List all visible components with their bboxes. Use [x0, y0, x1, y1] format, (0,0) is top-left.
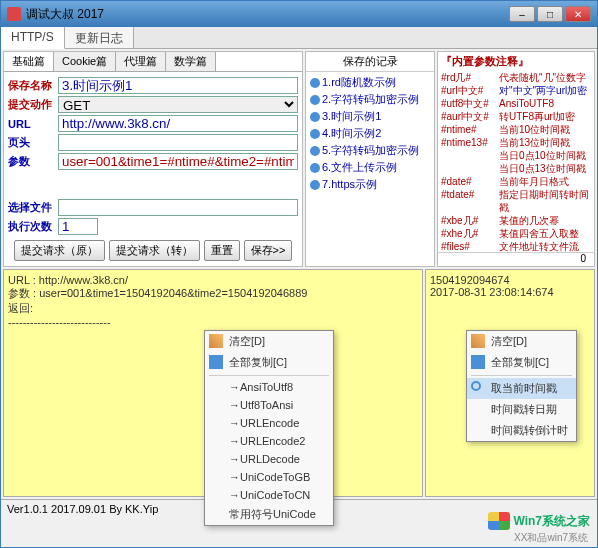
window-title: 调试大叔 2017: [26, 6, 509, 23]
resp-url: URL : http://www.3k8.cn/: [8, 274, 418, 286]
resp-params: 参数 : user=001&time1=1504192046&time2=150…: [8, 286, 418, 301]
input-url[interactable]: [58, 115, 298, 132]
input-selectfile[interactable]: [58, 199, 298, 216]
ctx-urldecode[interactable]: →URLDecode: [205, 450, 333, 468]
notes-header: 『内置参数注释』: [438, 52, 594, 71]
ctx-copyall[interactable]: 全部复制[C]: [205, 352, 333, 373]
copy-icon: [209, 355, 223, 369]
maximize-button[interactable]: □: [537, 6, 563, 22]
save-button[interactable]: 保存>>: [244, 240, 293, 261]
globe-icon: [310, 163, 320, 173]
submit-orig-button[interactable]: 提交请求（原）: [14, 240, 105, 261]
windows-flag-icon: [488, 512, 510, 530]
saved-item[interactable]: 1.rd随机数示例: [308, 74, 432, 91]
input-execcount[interactable]: [58, 218, 98, 235]
close-button[interactable]: ✕: [565, 6, 591, 22]
resp-divider: ----------------------------: [8, 316, 418, 328]
notes-scroll[interactable]: 0: [438, 252, 594, 266]
sub-tabs: 基础篇 Cookie篇 代理篇 数学篇: [4, 52, 302, 72]
ctx-copyall-r[interactable]: 全部复制[C]: [467, 352, 576, 373]
globe-icon: [310, 129, 320, 139]
subtab-math[interactable]: 数学篇: [166, 52, 216, 71]
tab-http[interactable]: HTTP/S: [1, 27, 65, 49]
input-params[interactable]: [58, 153, 298, 170]
label-savename: 保存名称: [8, 78, 58, 93]
globe-icon: [310, 180, 320, 190]
ctx-clear-r[interactable]: 清空[D]: [467, 331, 576, 352]
watermark: XX和品win7系统: [514, 531, 588, 545]
form-panel: 基础篇 Cookie篇 代理篇 数学篇 保存名称 提交动作 GET UR: [3, 51, 303, 267]
ctx-clear[interactable]: 清空[D]: [205, 331, 333, 352]
content-area: 基础篇 Cookie篇 代理篇 数学篇 保存名称 提交动作 GET UR: [1, 49, 597, 547]
label-selectfile: 选择文件: [8, 200, 58, 215]
ctx-ts-to-date[interactable]: 时间戳转日期: [467, 399, 576, 420]
subtab-proxy[interactable]: 代理篇: [116, 52, 166, 71]
saved-item[interactable]: 7.https示例: [308, 176, 432, 193]
label-url: URL: [8, 118, 58, 130]
logo-corner: Win7系统之家: [488, 512, 590, 530]
ctx-utf8ansi[interactable]: →Utf8ToAnsi: [205, 396, 333, 414]
ctx-ansiutf8[interactable]: →AnsiToUtf8: [205, 378, 333, 396]
context-menu-left: 清空[D] 全部复制[C] →AnsiToUtf8 →Utf8ToAnsi →U…: [204, 330, 334, 526]
logo-text: Win7系统之家: [513, 513, 590, 530]
brush-icon: [209, 334, 223, 348]
notes-panel: 『内置参数注释』 #rd几#代表随机"几"位数字 #url中文#对"中文"两字u…: [437, 51, 595, 267]
main-tabs: HTTP/S 更新日志: [1, 27, 597, 49]
titlebar[interactable]: 调试大叔 2017 – □ ✕: [1, 1, 597, 27]
app-window: 调试大叔 2017 – □ ✕ HTTP/S 更新日志 基础篇 Cookie篇 …: [0, 0, 598, 548]
saved-item[interactable]: 3.时间示例1: [308, 108, 432, 125]
saved-list: 1.rd随机数示例 2.字符转码加密示例 3.时间示例1 4.时间示例2 5.字…: [306, 72, 434, 266]
ctx-unicodecn[interactable]: →UniCodeToCN: [205, 486, 333, 504]
context-menu-right: 清空[D] 全部复制[C] 取当前时间戳 时间戳转日期 时间戳转倒计时: [466, 330, 577, 442]
submit-trans-button[interactable]: 提交请求（转）: [109, 240, 200, 261]
saved-records-panel: 保存的记录 1.rd随机数示例 2.字符转码加密示例 3.时间示例1 4.时间示…: [305, 51, 435, 267]
timestamp-value: 1504192094674: [430, 274, 590, 286]
response-right-pane[interactable]: 1504192094674 2017-08-31 23:08:14:674 清空…: [425, 269, 595, 497]
saved-item[interactable]: 2.字符转码加密示例: [308, 91, 432, 108]
globe-icon: [310, 78, 320, 88]
saved-item[interactable]: 4.时间示例2: [308, 125, 432, 142]
notes-body: #rd几#代表随机"几"位数字 #url中文#对"中文"两字url加密 #utf…: [438, 71, 594, 252]
copy-icon: [471, 355, 485, 369]
reset-button[interactable]: 重置: [204, 240, 240, 261]
subtab-basic[interactable]: 基础篇: [4, 52, 54, 71]
globe-icon: [310, 112, 320, 122]
input-savename[interactable]: [58, 77, 298, 94]
response-left-pane[interactable]: URL : http://www.3k8.cn/ 参数 : user=001&t…: [3, 269, 423, 497]
resp-return: 返回:: [8, 301, 418, 316]
ctx-urlencode2[interactable]: →URLEncode2: [205, 432, 333, 450]
label-params: 参数: [8, 154, 58, 169]
saved-item[interactable]: 5.字符转码加密示例: [308, 142, 432, 159]
brush-icon: [471, 334, 485, 348]
ctx-unicode-sym[interactable]: 常用符号UniCode: [205, 504, 333, 525]
label-action: 提交动作: [8, 97, 58, 112]
version-text: Ver1.0.1 2017.09.01 By KK.Yip: [7, 503, 158, 515]
app-icon: [7, 7, 21, 21]
ctx-ts-countdown[interactable]: 时间戳转倒计时: [467, 420, 576, 441]
subtab-cookie[interactable]: Cookie篇: [54, 52, 116, 71]
label-header: 页头: [8, 135, 58, 150]
minimize-button[interactable]: –: [509, 6, 535, 22]
ctx-get-timestamp[interactable]: 取当前时间戳: [467, 378, 576, 399]
select-method[interactable]: GET: [58, 96, 298, 113]
timestamp-date: 2017-08-31 23:08:14:674: [430, 286, 590, 298]
ctx-urlencode[interactable]: →URLEncode: [205, 414, 333, 432]
ctx-separator: [209, 375, 329, 376]
globe-icon: [310, 95, 320, 105]
label-execcount: 执行次数: [8, 219, 58, 234]
ctx-unicodegb[interactable]: →UniCodeToGB: [205, 468, 333, 486]
input-header[interactable]: [58, 134, 298, 151]
saved-item[interactable]: 6.文件上传示例: [308, 159, 432, 176]
tab-updatelog[interactable]: 更新日志: [65, 27, 134, 48]
globe-icon: [310, 146, 320, 156]
ctx-separator: [471, 375, 572, 376]
saved-header: 保存的记录: [306, 52, 434, 72]
clock-icon: [471, 381, 481, 391]
